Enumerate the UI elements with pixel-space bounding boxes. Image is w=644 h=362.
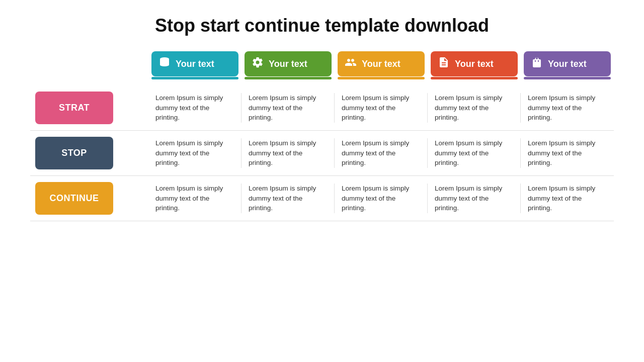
header-card-h3: Your text bbox=[338, 51, 425, 76]
cell-strat-1: Lorem Ipsum is simply dummy text of the … bbox=[242, 93, 335, 123]
page-title: Stop start continue template download bbox=[30, 15, 614, 36]
header-icon-h5 bbox=[531, 56, 543, 71]
header-card-h1: Your text bbox=[151, 51, 238, 76]
header-icon-h2 bbox=[252, 56, 264, 71]
data-row-strat: STRATLorem Ipsum is simply dummy text of… bbox=[30, 85, 614, 131]
header-row: Your textYour textYour textYour textYour… bbox=[30, 51, 614, 76]
page: Stop start continue template download Yo… bbox=[0, 0, 644, 362]
header-icon-h3 bbox=[345, 56, 357, 71]
cell-stop-4: Lorem Ipsum is simply dummy text of the … bbox=[521, 138, 614, 168]
data-row-continue: CONTINUELorem Ipsum is simply dummy text… bbox=[30, 176, 614, 221]
header-label-h3: Your text bbox=[362, 59, 400, 69]
row-label-continue: CONTINUE bbox=[35, 182, 113, 215]
cell-continue-2: Lorem Ipsum is simply dummy text of the … bbox=[335, 184, 428, 213]
cell-stop-0: Lorem Ipsum is simply dummy text of the … bbox=[148, 138, 242, 168]
header-icon-h4 bbox=[438, 56, 450, 71]
row-label-stop: STOP bbox=[35, 137, 113, 169]
row-label-strat: STRAT bbox=[35, 92, 113, 124]
data-rows: STRATLorem Ipsum is simply dummy text of… bbox=[30, 85, 614, 347]
header-label-h5: Your text bbox=[548, 59, 587, 69]
cell-strat-3: Lorem Ipsum is simply dummy text of the … bbox=[428, 93, 521, 123]
header-card-h4: Your text bbox=[431, 51, 518, 76]
header-card-h5: Your text bbox=[524, 51, 611, 76]
cell-strat-2: Lorem Ipsum is simply dummy text of the … bbox=[335, 93, 428, 123]
header-card-h2: Your text bbox=[245, 51, 332, 76]
header-label-h1: Your text bbox=[176, 59, 214, 69]
cell-stop-1: Lorem Ipsum is simply dummy text of the … bbox=[242, 138, 335, 168]
cell-continue-0: Lorem Ipsum is simply dummy text of the … bbox=[148, 184, 242, 213]
cell-continue-3: Lorem Ipsum is simply dummy text of the … bbox=[428, 184, 521, 213]
cell-stop-2: Lorem Ipsum is simply dummy text of the … bbox=[335, 138, 428, 168]
header-empty bbox=[30, 51, 148, 76]
cell-continue-4: Lorem Ipsum is simply dummy text of the … bbox=[521, 184, 614, 213]
header-label-h4: Your text bbox=[455, 59, 494, 69]
cell-strat-0: Lorem Ipsum is simply dummy text of the … bbox=[148, 93, 242, 123]
table-wrapper: Your textYour textYour textYour textYour… bbox=[30, 51, 614, 347]
cell-strat-4: Lorem Ipsum is simply dummy text of the … bbox=[521, 93, 614, 123]
header-label-h2: Your text bbox=[269, 59, 307, 69]
header-icon-h1 bbox=[158, 56, 171, 71]
cell-stop-3: Lorem Ipsum is simply dummy text of the … bbox=[428, 138, 521, 168]
data-row-stop: STOPLorem Ipsum is simply dummy text of … bbox=[30, 131, 614, 176]
cell-continue-1: Lorem Ipsum is simply dummy text of the … bbox=[242, 184, 335, 213]
